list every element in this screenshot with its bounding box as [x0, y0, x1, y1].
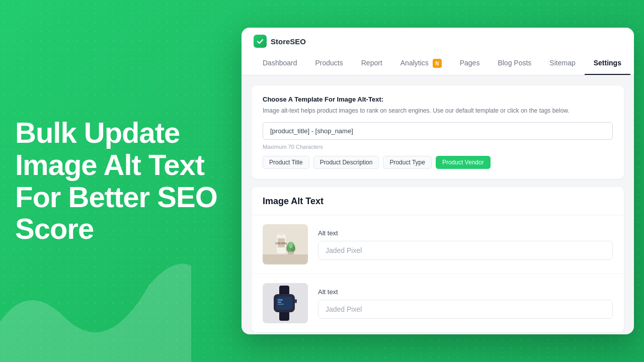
alt-label-1: Alt text — [318, 229, 613, 237]
alt-text-card: Image Alt Text COCOOIL — [252, 187, 624, 332]
tag-product-vendor[interactable]: Product Vendor — [436, 156, 491, 169]
svg-rect-15 — [276, 297, 292, 310]
nav-item-sitemap[interactable]: Sitemap — [540, 53, 584, 75]
product-image-2 — [263, 283, 308, 323]
product-info-1: Alt text — [318, 229, 613, 260]
alt-label-2: Alt text — [318, 288, 613, 296]
product-info-2: Alt text — [318, 288, 613, 319]
tag-group: Product Title Product Description Produc… — [263, 156, 613, 169]
hero-title: Bulk Update Image Alt Text For Better SE… — [15, 117, 226, 245]
product-row-1: COCOOIL Alt text — [252, 215, 624, 274]
alt-input-2[interactable] — [318, 300, 613, 319]
brand-name: StoreSEO — [271, 37, 306, 46]
nav-item-products[interactable]: Products — [306, 53, 352, 75]
template-description: Image alt-text helps product images to r… — [263, 106, 613, 115]
product-row-2: Alt text — [252, 274, 624, 332]
template-label: Choose A Template For Image Alt-Text: — [263, 96, 613, 103]
app-main: Choose A Template For Image Alt-Text: Im… — [242, 75, 634, 332]
tag-product-type[interactable]: Product Type — [383, 156, 432, 169]
svg-text:COCOOIL: COCOOIL — [275, 242, 287, 245]
tag-product-title[interactable]: Product Title — [263, 156, 309, 169]
analytics-badge: N — [433, 59, 442, 68]
nav-item-analytics[interactable]: Analytics N — [391, 53, 451, 75]
svg-rect-18 — [278, 304, 284, 305]
svg-point-10 — [289, 242, 293, 248]
brand-icon — [254, 35, 267, 48]
app-header: StoreSEO Dashboard Products Report Analy… — [242, 28, 634, 75]
alt-text-title: Image Alt Text — [263, 196, 613, 207]
template-card: Choose A Template For Image Alt-Text: Im… — [252, 85, 624, 179]
template-input[interactable] — [263, 122, 613, 140]
app-window: StoreSEO Dashboard Products Report Analy… — [242, 28, 634, 334]
hero-section: Bulk Update Image Alt Text For Better SE… — [15, 117, 226, 245]
nav-item-report[interactable]: Report — [352, 53, 391, 75]
svg-rect-19 — [295, 299, 297, 303]
svg-rect-3 — [279, 231, 283, 235]
svg-rect-1 — [263, 254, 308, 264]
nav-item-blog-posts[interactable]: Blog Posts — [489, 53, 540, 75]
svg-rect-16 — [278, 299, 283, 301]
app-brand: StoreSEO — [254, 28, 622, 53]
nav-item-settings[interactable]: Settings — [585, 53, 630, 75]
tag-product-description[interactable]: Product Description — [313, 156, 379, 169]
char-limit-text: Maximum 70 Characters — [263, 144, 613, 150]
wave-decoration — [0, 231, 191, 362]
alt-input-1[interactable] — [318, 241, 613, 260]
nav-item-dashboard[interactable]: Dashboard — [254, 53, 306, 75]
product-image-1: COCOOIL — [263, 224, 308, 264]
nav-item-pages[interactable]: Pages — [451, 53, 489, 75]
alt-text-header: Image Alt Text — [252, 187, 624, 215]
app-nav: Dashboard Products Report Analytics N Pa… — [254, 53, 622, 75]
svg-rect-17 — [278, 302, 281, 303]
